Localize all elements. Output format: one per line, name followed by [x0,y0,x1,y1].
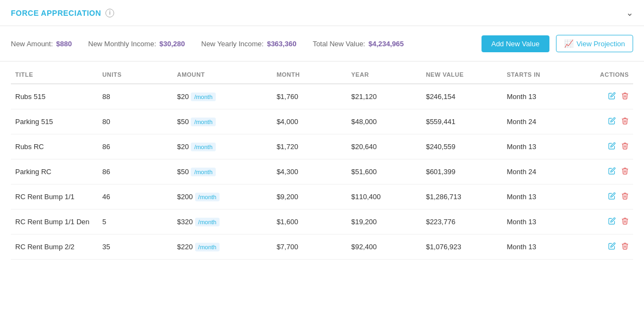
new-monthly-income-label: New Monthly Income: [88,40,156,48]
table-row: Rubs 515 88 $20/month $1,760 $21,120 $24… [11,84,633,109]
edit-icon[interactable] [608,117,616,126]
total-new-value-item: Total New Value: $4,234,965 [312,40,404,48]
cell-month: $4,300 [272,159,347,184]
cell-month: $1,720 [272,134,347,159]
cell-year: $110,400 [347,184,421,210]
table-row: Parking RC 86 $50/month $4,300 $51,600 $… [11,159,633,184]
chart-icon: 📈 [564,39,573,48]
delete-icon[interactable] [621,92,629,101]
new-amount-value: $880 [56,40,72,48]
cell-month: $9,200 [272,184,347,210]
collapse-icon[interactable]: ⌄ [626,8,633,18]
cell-starts-in: Month 13 [503,134,584,159]
view-projection-label: View Projection [577,40,625,48]
info-icon[interactable]: i [105,9,114,17]
cell-starts-in: Month 13 [503,84,584,109]
delete-icon[interactable] [621,117,629,126]
table-row: Rubs RC 86 $20/month $1,720 $20,640 $240… [11,134,633,159]
col-header-units: UNITS [98,66,172,84]
cell-title: Rubs 515 [11,84,98,109]
cell-month: $1,600 [272,210,347,235]
cell-actions [583,184,633,210]
cell-units: 5 [98,210,172,235]
cell-starts-in: Month 13 [503,184,584,210]
cell-new-value: $601,399 [422,159,503,184]
col-header-amount: AMOUNT [173,66,272,84]
cell-new-value: $1,286,713 [422,184,503,210]
cell-amount: $200/month [173,184,272,210]
cell-units: 86 [98,159,172,184]
delete-icon[interactable] [621,242,629,251]
summary-actions: Add New Value 📈 View Projection [482,35,633,52]
cell-title: RC Rent Bump 1/1 [11,184,98,210]
cell-title: RC Rent Bump 1/1 Den [11,210,98,235]
new-amount-item: New Amount: $880 [11,40,72,48]
new-yearly-income-item: New Yearly Income: $363,360 [201,40,296,48]
cell-title: RC Rent Bump 2/2 [11,235,98,260]
cell-month: $1,760 [272,84,347,109]
cell-starts-in: Month 24 [503,109,584,134]
summary-bar: New Amount: $880 New Monthly Income: $30… [0,26,644,61]
month-badge: /month [195,218,220,226]
edit-icon[interactable] [608,92,616,101]
new-monthly-income-item: New Monthly Income: $30,280 [88,40,185,48]
cell-actions [583,134,633,159]
delete-icon[interactable] [621,217,629,226]
table-row: RC Rent Bump 2/2 35 $220/month $7,700 $9… [11,235,633,260]
cell-title: Rubs RC [11,134,98,159]
cell-month: $4,000 [272,109,347,134]
edit-icon[interactable] [608,142,616,151]
cell-starts-in: Month 13 [503,210,584,235]
delete-icon[interactable] [621,142,629,151]
new-amount-label: New Amount: [11,40,53,48]
table-body: Rubs 515 88 $20/month $1,760 $21,120 $24… [11,84,633,260]
col-header-actions: ACTIONS [583,66,633,84]
delete-icon[interactable] [621,192,629,201]
month-badge: /month [191,143,216,151]
month-badge: /month [195,193,220,201]
table-row: RC Rent Bump 1/1 Den 5 $320/month $1,600… [11,210,633,235]
cell-units: 46 [98,184,172,210]
cell-new-value: $246,154 [422,84,503,109]
cell-amount: $50/month [173,109,272,134]
month-badge: /month [191,118,216,126]
cell-actions [583,159,633,184]
cell-starts-in: Month 13 [503,235,584,260]
table-row: RC Rent Bump 1/1 46 $200/month $9,200 $1… [11,184,633,210]
cell-year: $48,000 [347,109,421,134]
table-row: Parking 515 80 $50/month $4,000 $48,000 … [11,109,633,134]
cell-title: Parking 515 [11,109,98,134]
cell-actions [583,109,633,134]
delete-icon[interactable] [621,167,629,176]
cell-year: $21,120 [347,84,421,109]
cell-amount: $50/month [173,159,272,184]
table-container: TITLE UNITS AMOUNT MONTH YEAR NEW VALUE … [0,61,644,260]
col-header-year: YEAR [347,66,421,84]
edit-icon[interactable] [608,217,616,226]
add-new-value-button[interactable]: Add New Value [482,35,549,52]
month-badge: /month [191,168,216,176]
total-new-value-value: $4,234,965 [368,40,404,48]
view-projection-button[interactable]: 📈 View Projection [556,35,633,52]
table-header: TITLE UNITS AMOUNT MONTH YEAR NEW VALUE … [11,66,633,84]
cell-year: $51,600 [347,159,421,184]
cell-units: 88 [98,84,172,109]
cell-actions [583,235,633,260]
col-header-new-value: NEW VALUE [422,66,503,84]
cell-year: $20,640 [347,134,421,159]
cell-amount: $220/month [173,235,272,260]
edit-icon[interactable] [608,192,616,201]
cell-year: $19,200 [347,210,421,235]
month-badge: /month [195,243,220,251]
cell-starts-in: Month 24 [503,159,584,184]
cell-year: $92,400 [347,235,421,260]
cell-amount: $320/month [173,210,272,235]
new-yearly-income-value: $363,360 [267,40,296,48]
edit-icon[interactable] [608,167,616,176]
page-title: FORCE APPRECIATION [11,9,101,17]
cell-new-value: $559,441 [422,109,503,134]
cell-amount: $20/month [173,84,272,109]
new-yearly-income-label: New Yearly Income: [201,40,264,48]
edit-icon[interactable] [608,242,616,251]
force-appreciation-table: TITLE UNITS AMOUNT MONTH YEAR NEW VALUE … [11,66,633,260]
